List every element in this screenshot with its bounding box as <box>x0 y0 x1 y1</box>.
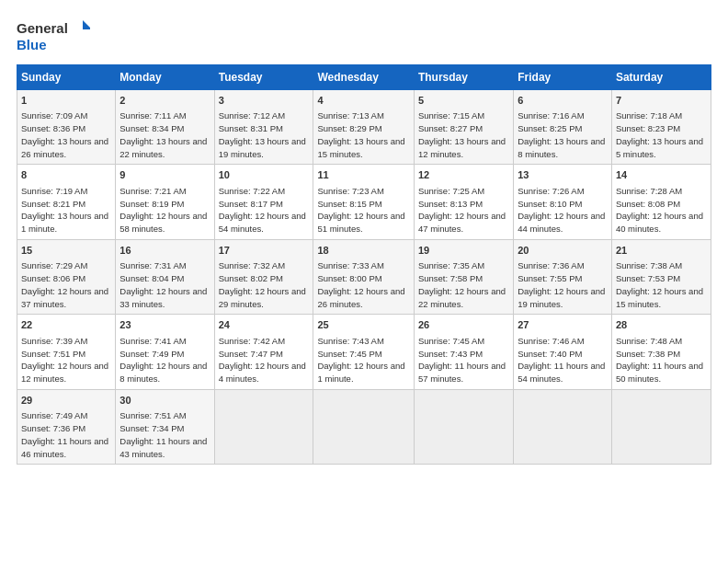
daylight-label: Daylight: 13 hours and 1 minute. <box>21 211 108 234</box>
col-friday: Friday <box>514 65 612 90</box>
sunrise-label: Sunrise: 7:19 AM <box>21 186 87 196</box>
sunset-label: Sunset: 8:06 PM <box>21 273 85 283</box>
day-number: 25 <box>317 318 409 332</box>
daylight-label: Daylight: 12 hours and 1 minute. <box>317 361 404 384</box>
daylight-label: Daylight: 12 hours and 22 minutes. <box>418 286 506 309</box>
daylight-label: Daylight: 12 hours and 15 minutes. <box>616 286 703 309</box>
logo-svg: General Blue <box>17 17 90 57</box>
daylight-label: Daylight: 11 hours and 43 minutes. <box>119 436 207 459</box>
day-number: 22 <box>21 318 111 332</box>
sunrise-label: Sunrise: 7:48 AM <box>616 336 682 346</box>
sunrise-label: Sunrise: 7:26 AM <box>518 186 584 196</box>
day-info: Sunrise: 7:43 AM Sunset: 7:45 PM Dayligh… <box>317 335 409 385</box>
day-info: Sunrise: 7:16 AM Sunset: 8:25 PM Dayligh… <box>518 109 608 160</box>
day-info: Sunrise: 7:12 AM Sunset: 8:31 PM Dayligh… <box>219 109 310 160</box>
daylight-label: Daylight: 12 hours and 8 minutes. <box>119 361 207 384</box>
calendar-cell: 19 Sunrise: 7:35 AM Sunset: 7:58 PM Dayl… <box>414 239 513 314</box>
sunrise-label: Sunrise: 7:39 AM <box>21 336 87 346</box>
day-number: 2 <box>119 94 210 108</box>
day-number: 28 <box>616 318 707 332</box>
day-number: 16 <box>119 244 210 258</box>
calendar-cell <box>214 389 313 464</box>
col-sunday: Sunday <box>17 65 116 90</box>
svg-text:General: General <box>17 20 68 36</box>
day-info: Sunrise: 7:41 AM Sunset: 7:49 PM Dayligh… <box>119 335 210 385</box>
calendar-cell: 1 Sunrise: 7:09 AM Sunset: 8:36 PM Dayli… <box>17 90 116 165</box>
day-number: 9 <box>119 168 210 182</box>
calendar-cell: 13 Sunrise: 7:26 AM Sunset: 8:10 PM Dayl… <box>514 165 612 239</box>
day-number: 27 <box>518 318 608 332</box>
day-info: Sunrise: 7:42 AM Sunset: 7:47 PM Dayligh… <box>219 335 310 385</box>
calendar-week-row: 1 Sunrise: 7:09 AM Sunset: 8:36 PM Dayli… <box>17 90 711 165</box>
calendar-cell: 9 Sunrise: 7:21 AM Sunset: 8:19 PM Dayli… <box>116 165 214 239</box>
calendar-cell: 26 Sunrise: 7:45 AM Sunset: 7:43 PM Dayl… <box>414 315 513 389</box>
daylight-label: Daylight: 13 hours and 12 minutes. <box>418 136 506 159</box>
sunrise-label: Sunrise: 7:42 AM <box>219 336 285 346</box>
calendar-cell: 10 Sunrise: 7:22 AM Sunset: 8:17 PM Dayl… <box>214 165 313 239</box>
col-thursday: Thursday <box>414 65 513 90</box>
day-info: Sunrise: 7:45 AM Sunset: 7:43 PM Dayligh… <box>418 335 509 385</box>
sunrise-label: Sunrise: 7:35 AM <box>418 260 484 270</box>
daylight-label: Daylight: 12 hours and 58 minutes. <box>119 211 207 234</box>
day-info: Sunrise: 7:33 AM Sunset: 8:00 PM Dayligh… <box>317 259 409 310</box>
sunrise-label: Sunrise: 7:43 AM <box>317 336 383 346</box>
calendar-week-row: 29 Sunrise: 7:49 AM Sunset: 7:36 PM Dayl… <box>17 389 711 464</box>
day-info: Sunrise: 7:15 AM Sunset: 8:27 PM Dayligh… <box>418 109 509 160</box>
day-info: Sunrise: 7:39 AM Sunset: 7:51 PM Dayligh… <box>21 335 111 385</box>
sunrise-label: Sunrise: 7:46 AM <box>518 336 584 346</box>
calendar-cell: 27 Sunrise: 7:46 AM Sunset: 7:40 PM Dayl… <box>514 315 612 389</box>
sunrise-label: Sunrise: 7:13 AM <box>317 110 383 121</box>
calendar-cell: 5 Sunrise: 7:15 AM Sunset: 8:27 PM Dayli… <box>414 90 513 165</box>
day-info: Sunrise: 7:21 AM Sunset: 8:19 PM Dayligh… <box>119 185 210 236</box>
day-info: Sunrise: 7:36 AM Sunset: 7:55 PM Dayligh… <box>518 259 608 310</box>
daylight-label: Daylight: 12 hours and 12 minutes. <box>21 361 108 384</box>
day-number: 11 <box>317 168 409 182</box>
sunrise-label: Sunrise: 7:15 AM <box>418 110 484 121</box>
daylight-label: Daylight: 12 hours and 29 minutes. <box>219 286 306 309</box>
calendar-cell: 3 Sunrise: 7:12 AM Sunset: 8:31 PM Dayli… <box>214 90 313 165</box>
header: General Blue <box>17 17 711 57</box>
sunrise-label: Sunrise: 7:38 AM <box>616 260 682 270</box>
sunset-label: Sunset: 8:25 PM <box>518 123 582 133</box>
sunset-label: Sunset: 8:15 PM <box>317 199 381 209</box>
sunrise-label: Sunrise: 7:45 AM <box>418 336 484 346</box>
day-info: Sunrise: 7:28 AM Sunset: 8:08 PM Dayligh… <box>616 185 707 236</box>
sunset-label: Sunset: 8:36 PM <box>21 123 85 133</box>
sunrise-label: Sunrise: 7:31 AM <box>119 260 186 270</box>
calendar-cell: 28 Sunrise: 7:48 AM Sunset: 7:38 PM Dayl… <box>611 315 711 389</box>
calendar-cell: 29 Sunrise: 7:49 AM Sunset: 7:36 PM Dayl… <box>17 389 116 464</box>
calendar-cell: 8 Sunrise: 7:19 AM Sunset: 8:21 PM Dayli… <box>17 165 116 239</box>
daylight-label: Daylight: 12 hours and 19 minutes. <box>518 286 605 309</box>
sunset-label: Sunset: 8:00 PM <box>317 273 381 283</box>
calendar-cell: 30 Sunrise: 7:51 AM Sunset: 7:34 PM Dayl… <box>116 389 214 464</box>
day-info: Sunrise: 7:51 AM Sunset: 7:34 PM Dayligh… <box>119 409 210 460</box>
sunset-label: Sunset: 8:08 PM <box>616 199 680 209</box>
sunset-label: Sunset: 7:38 PM <box>616 349 680 359</box>
calendar-cell: 15 Sunrise: 7:29 AM Sunset: 8:06 PM Dayl… <box>17 239 116 314</box>
col-tuesday: Tuesday <box>214 65 313 90</box>
sunrise-label: Sunrise: 7:36 AM <box>518 260 584 270</box>
sunset-label: Sunset: 7:49 PM <box>119 349 184 359</box>
sunset-label: Sunset: 8:34 PM <box>119 123 184 133</box>
sunset-label: Sunset: 8:10 PM <box>518 199 582 209</box>
calendar-week-row: 8 Sunrise: 7:19 AM Sunset: 8:21 PM Dayli… <box>17 165 711 239</box>
day-number: 21 <box>616 244 707 258</box>
calendar-cell: 23 Sunrise: 7:41 AM Sunset: 7:49 PM Dayl… <box>116 315 214 389</box>
sunset-label: Sunset: 7:47 PM <box>219 349 283 359</box>
day-info: Sunrise: 7:46 AM Sunset: 7:40 PM Dayligh… <box>518 335 608 385</box>
day-number: 29 <box>21 394 111 408</box>
calendar-cell: 7 Sunrise: 7:18 AM Sunset: 8:23 PM Dayli… <box>611 90 711 165</box>
calendar-cell: 14 Sunrise: 7:28 AM Sunset: 8:08 PM Dayl… <box>611 165 711 239</box>
page: General Blue Sunday Monday Tuesday Wedne… <box>0 0 728 563</box>
sunrise-label: Sunrise: 7:12 AM <box>219 110 285 121</box>
day-number: 7 <box>616 94 707 108</box>
logo: General Blue <box>17 17 90 57</box>
calendar-cell: 4 Sunrise: 7:13 AM Sunset: 8:29 PM Dayli… <box>313 90 414 165</box>
sunrise-label: Sunrise: 7:25 AM <box>418 186 484 196</box>
calendar-cell <box>313 389 414 464</box>
day-info: Sunrise: 7:38 AM Sunset: 7:53 PM Dayligh… <box>616 259 707 310</box>
sunrise-label: Sunrise: 7:16 AM <box>518 110 584 121</box>
sunset-label: Sunset: 8:13 PM <box>418 199 483 209</box>
sunset-label: Sunset: 7:40 PM <box>518 349 582 359</box>
daylight-label: Daylight: 12 hours and 54 minutes. <box>219 211 306 234</box>
